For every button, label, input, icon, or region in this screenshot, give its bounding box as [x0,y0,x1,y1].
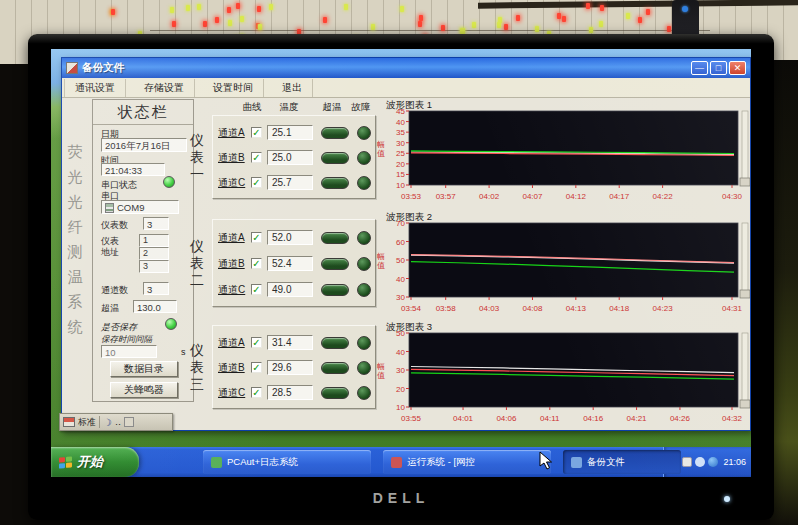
overtemp-led [321,258,349,270]
ime-mode-label[interactable]: 标准 [78,416,96,429]
tray-clock: 21:06 [723,457,746,467]
chart-title: 波形图表 3 [386,321,432,332]
tray-network-icon[interactable] [708,457,718,467]
channel-row: 通道C✓49.0 [213,279,375,301]
channel-checkbox[interactable]: ✓ [251,337,262,348]
indicator-led [170,7,174,13]
menu-item-2[interactable]: 存储设置 [134,79,195,97]
address-list-item[interactable]: 2 [139,247,169,260]
temperature-field[interactable]: 25.7 [267,175,313,190]
ime-options-icon[interactable] [124,417,134,427]
x-tick-label: 04:21 [627,414,648,423]
channel-checkbox[interactable]: ✓ [251,127,262,138]
address-list-item[interactable]: 3 [139,260,169,273]
title-bar[interactable]: 备份文件 — □ ✕ [62,58,750,78]
column-header: 超温 [323,101,342,114]
ime-bar[interactable]: 标准 ☽ ‥ [59,413,173,431]
taskbar-item-icon [211,457,222,468]
taskbar-item-label: 运行系统 - [网控 [407,456,475,469]
close-button[interactable]: ✕ [729,61,746,75]
indicator-led [419,15,423,21]
x-tick-label: 03:54 [401,304,422,313]
save-interval-field[interactable]: 10 [101,345,157,358]
x-tick-label: 04:03 [479,304,500,313]
start-button[interactable]: 开始 [51,447,139,477]
taskbar-item[interactable]: 运行系统 - [网控 [383,450,551,474]
indicator-led [638,17,642,23]
taskbar: 开始 21:06 PCAut+日志系统运行系统 - [网控备份文件 [51,447,751,477]
indicator-led [215,17,219,23]
temperature-field[interactable]: 25.1 [267,125,313,140]
date-field[interactable]: 2016年7月16日 [101,138,187,152]
brand-vertical-title: 荧 光 光 纤 测 温 系 统 [64,139,86,339]
channel-label: 通道B [218,361,245,375]
channel-label: 通道C [218,283,245,297]
save-led[interactable] [165,318,177,330]
instrument-panel: 通道A✓25.1通道B✓25.0通道C✓25.7 [212,115,376,199]
address-label: 仪表 地址 [101,236,119,258]
temperature-field[interactable]: 52.0 [267,230,313,245]
taskbar-item[interactable]: PCAut+日志系统 [203,450,371,474]
app-icon [66,62,78,74]
overtemp-led [321,177,349,189]
y-tick-label: 50 [396,329,405,338]
temperature-field[interactable]: 25.0 [267,150,313,165]
desktop-wallpaper: 备份文件 — □ ✕ 通讯设置存储设置设置时间退出 荧 光 光 纤 测 温 系 … [51,49,751,477]
channel-checkbox[interactable]: ✓ [251,387,262,398]
indicator-led [535,26,539,32]
moon-icon[interactable]: ☽ [103,417,112,428]
indicator-led [472,22,476,28]
temperature-field[interactable]: 49.0 [267,282,313,297]
monitor-power-led[interactable] [724,496,730,502]
data-directory-button[interactable]: 数据目录 [110,361,178,377]
indicator-led [461,28,465,34]
tray-usb-icon[interactable] [695,457,705,467]
fault-led [357,176,371,190]
maximize-button[interactable]: □ [710,61,727,75]
x-tick-label: 04:16 [583,414,604,423]
instrument-panel: 通道A✓52.0通道B✓52.4通道C✓49.0 [212,219,376,307]
channel-checkbox[interactable]: ✓ [251,284,262,295]
waveform-chart: 波形图表 1幅值454035302520151003:5303:5704:020… [372,99,750,205]
temperature-field[interactable]: 31.4 [267,335,313,350]
channel-checkbox[interactable]: ✓ [251,152,262,163]
indicator-led [172,21,176,27]
temperature-field[interactable]: 52.4 [267,256,313,271]
chart-scroll-thumb [740,178,750,186]
buzzer-off-button[interactable]: 关蜂鸣器 [110,382,178,398]
keyboard-icon[interactable] [63,417,75,427]
channel-checkbox[interactable]: ✓ [251,362,262,373]
channel-row: 通道A✓25.1 [213,122,375,144]
menu-item-4[interactable]: 退出 [272,79,313,97]
indicator-led [586,3,590,9]
channel-count-field[interactable]: 3 [143,282,169,295]
plot-area [409,223,738,297]
taskbar-item[interactable]: 备份文件 [563,450,681,474]
instrument-count-field[interactable]: 3 [143,217,169,230]
channel-row: 通道C✓25.7 [213,172,375,194]
temperature-field[interactable]: 28.5 [267,385,313,400]
serial-port-combo[interactable]: COM9 [101,200,179,214]
visa-resource-icon [105,203,114,213]
taskbar-item-label: 备份文件 [587,456,625,469]
x-tick-label: 04:12 [566,192,587,201]
menu-item-1[interactable]: 通讯设置 [64,79,126,97]
channel-checkbox[interactable]: ✓ [251,258,262,269]
y-tick-label: 10 [396,403,405,412]
ime-dots[interactable]: ‥ [115,417,121,427]
mimic-bus-line [150,30,710,31]
channel-checkbox[interactable]: ✓ [251,232,262,243]
time-field[interactable]: 21:04:33 [101,163,165,176]
x-tick-label: 03:53 [401,192,422,201]
overtemp-led [321,362,349,374]
menu-item-3[interactable]: 设置时间 [203,79,264,97]
minimize-button[interactable]: — [691,61,708,75]
channel-label: 通道A [218,336,245,350]
temperature-field[interactable]: 29.6 [267,360,313,375]
tray-language-icon[interactable] [682,457,692,467]
overtemp-field[interactable]: 130.0 [133,300,177,313]
indicator-led [599,21,603,27]
y-tick-label: 30 [396,139,405,148]
address-list-item[interactable]: 1 [139,234,169,247]
channel-checkbox[interactable]: ✓ [251,177,262,188]
